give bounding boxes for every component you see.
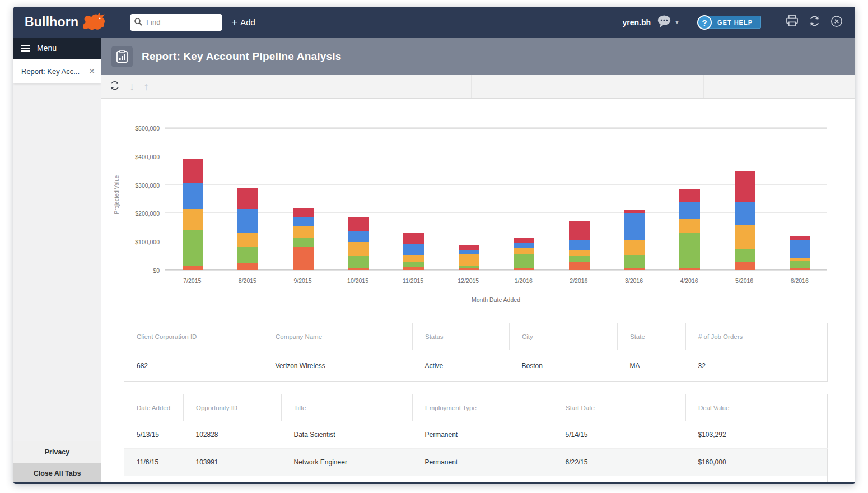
- bar-segment-stack-amber[interactable]: [183, 209, 203, 230]
- bullhorn-logo[interactable]: Bullhorn: [25, 12, 106, 33]
- bar-segment-stack-amber[interactable]: [459, 254, 479, 266]
- bar-segment-stack-green[interactable]: [293, 238, 314, 247]
- chart-gridline: [165, 156, 827, 156]
- print-icon[interactable]: [786, 15, 799, 29]
- bar-segment-stack-green[interactable]: [403, 262, 424, 267]
- refresh-icon[interactable]: [808, 15, 821, 29]
- bar-segment-stack-green[interactable]: [624, 255, 645, 268]
- bar-segment-stack-blue[interactable]: [293, 217, 314, 226]
- main-panel: Report: Key Account Pipeline Analysis ↓ …: [101, 38, 855, 484]
- bar-segment-stack-red[interactable]: [183, 159, 203, 183]
- bar-4/2016: [679, 128, 700, 270]
- tab-report[interactable]: Report: Key Acc... ✕: [13, 59, 101, 83]
- bar-segment-stack-green[interactable]: [679, 233, 700, 268]
- x-axis-tick: 1/2016: [496, 277, 552, 284]
- bar-segment-stack-blue[interactable]: [459, 250, 479, 254]
- bar-segment-stack-orange[interactable]: [679, 268, 700, 270]
- bar-segment-stack-orange[interactable]: [569, 262, 590, 270]
- privacy-label: Privacy: [45, 448, 69, 456]
- bar-segment-stack-orange[interactable]: [237, 263, 258, 270]
- bar-segment-stack-green[interactable]: [790, 261, 810, 268]
- x-axis-tick: 9/2015: [275, 277, 330, 284]
- y-axis-tick: $300,000: [101, 182, 160, 189]
- bar-segment-stack-orange[interactable]: [403, 267, 424, 270]
- bar-segment-stack-blue[interactable]: [237, 209, 258, 233]
- tab-report-label: Report: Key Acc...: [21, 67, 84, 76]
- table-cell: MA: [618, 350, 686, 382]
- bar-segment-stack-blue[interactable]: [403, 244, 424, 255]
- bar-segment-stack-orange[interactable]: [624, 268, 645, 270]
- bar-segment-stack-green[interactable]: [237, 247, 258, 263]
- bar-segment-stack-red[interactable]: [293, 208, 314, 217]
- column-header[interactable]: Deal Value: [686, 394, 828, 421]
- bar-segment-stack-green[interactable]: [569, 256, 590, 262]
- download-icon[interactable]: ↓: [129, 81, 135, 92]
- get-help-button[interactable]: ? GET HELP: [704, 16, 761, 29]
- bar-segment-stack-orange[interactable]: [735, 262, 755, 270]
- bar-segment-stack-blue[interactable]: [348, 231, 369, 241]
- close-all-tabs-button[interactable]: Close All Tabs: [13, 463, 101, 484]
- bar-segment-stack-blue[interactable]: [624, 213, 645, 240]
- bar-segment-stack-green[interactable]: [348, 256, 369, 268]
- column-header[interactable]: Client Corporation ID: [124, 323, 263, 350]
- bar-segment-stack-blue[interactable]: [514, 243, 534, 248]
- column-header[interactable]: Date Added: [124, 394, 184, 421]
- bar-segment-stack-red[interactable]: [790, 236, 810, 241]
- bar-segment-stack-orange[interactable]: [514, 268, 534, 270]
- bar-segment-stack-amber[interactable]: [679, 219, 700, 233]
- column-header[interactable]: Status: [413, 323, 510, 350]
- privacy-link[interactable]: Privacy: [13, 441, 101, 463]
- table-cell: [553, 476, 686, 485]
- bar-segment-stack-orange[interactable]: [790, 268, 810, 270]
- bar-segment-stack-red[interactable]: [514, 238, 534, 243]
- bar-segment-stack-amber[interactable]: [403, 255, 424, 262]
- table-cell: [184, 476, 282, 485]
- bar-segment-stack-red[interactable]: [237, 188, 258, 209]
- bar-segment-stack-red[interactable]: [624, 210, 645, 213]
- add-button[interactable]: + Add: [231, 17, 255, 27]
- column-header[interactable]: Title: [282, 394, 413, 421]
- bar-segment-stack-red[interactable]: [348, 217, 369, 231]
- bar-segment-stack-green[interactable]: [183, 230, 203, 266]
- bar-segment-stack-red[interactable]: [569, 221, 590, 240]
- bar-segment-stack-blue[interactable]: [790, 240, 810, 257]
- bar-segment-stack-blue[interactable]: [735, 202, 755, 225]
- bar-segment-stack-orange[interactable]: [348, 268, 369, 270]
- bar-segment-stack-orange[interactable]: [293, 247, 314, 270]
- tab-close-icon[interactable]: ✕: [88, 67, 95, 76]
- bar-segment-stack-amber[interactable]: [237, 233, 258, 247]
- find-input[interactable]: [130, 14, 222, 31]
- bar-segment-stack-orange[interactable]: [183, 266, 203, 270]
- bar-segment-stack-amber[interactable]: [735, 225, 755, 249]
- bar-segment-stack-green[interactable]: [735, 249, 755, 262]
- bar-segment-stack-amber[interactable]: [569, 250, 590, 256]
- bar-segment-stack-amber[interactable]: [293, 226, 314, 238]
- username[interactable]: yren.bh: [623, 18, 651, 27]
- bar-segment-stack-green[interactable]: [514, 254, 534, 268]
- upload-icon[interactable]: ↑: [144, 81, 150, 92]
- bar-segment-stack-red[interactable]: [735, 171, 755, 202]
- column-header[interactable]: # of Job Orders: [686, 323, 828, 350]
- bar-segment-stack-red[interactable]: [679, 189, 700, 202]
- bar-segment-stack-red[interactable]: [459, 245, 479, 250]
- column-header[interactable]: Opportunity ID: [184, 394, 282, 421]
- bar-segment-stack-blue[interactable]: [569, 240, 590, 250]
- bar-segment-stack-orange[interactable]: [459, 268, 479, 270]
- column-header[interactable]: State: [618, 323, 686, 350]
- bar-segment-stack-red[interactable]: [403, 233, 424, 244]
- column-header[interactable]: Start Date: [553, 394, 686, 421]
- bar-segment-stack-blue[interactable]: [679, 202, 700, 218]
- column-header[interactable]: City: [510, 323, 618, 350]
- refresh-report-icon[interactable]: [109, 80, 120, 93]
- menu-button[interactable]: Menu: [13, 38, 101, 59]
- bar-segment-stack-amber[interactable]: [348, 242, 369, 256]
- close-window-icon[interactable]: [830, 15, 843, 30]
- user-menu[interactable]: ▼: [656, 15, 680, 30]
- column-header[interactable]: Company Name: [263, 323, 413, 350]
- bar-segment-stack-blue[interactable]: [183, 183, 203, 209]
- x-axis-tick: 6/2016: [772, 277, 827, 284]
- column-header[interactable]: Employment Type: [413, 394, 553, 421]
- bar-segment-stack-amber[interactable]: [790, 258, 810, 262]
- bar-segment-stack-amber[interactable]: [514, 248, 534, 254]
- bar-segment-stack-amber[interactable]: [624, 240, 645, 255]
